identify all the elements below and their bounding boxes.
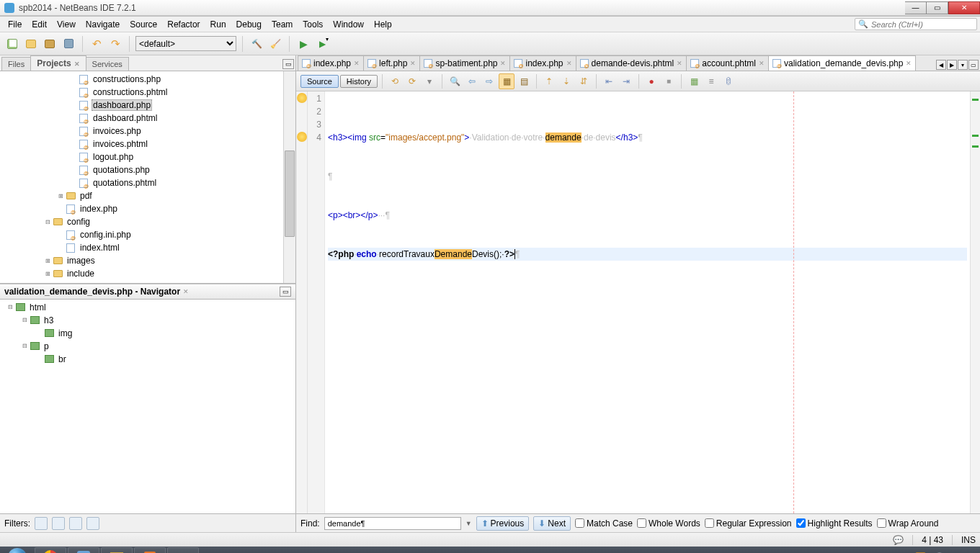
- hint-bulb-icon[interactable]: [297, 93, 307, 103]
- close-button[interactable]: ✕: [948, 1, 980, 14]
- menu-view[interactable]: View: [52, 18, 81, 31]
- close-icon[interactable]: ✕: [354, 60, 360, 67]
- tb-button[interactable]: 🛢: [721, 73, 736, 89]
- editor-tab[interactable]: left.php✕: [363, 55, 420, 71]
- source-view-button[interactable]: Source: [300, 75, 339, 88]
- tb-button[interactable]: ▦: [686, 73, 702, 89]
- save-all-button[interactable]: [61, 36, 76, 52]
- filter-button[interactable]: [35, 517, 48, 530]
- clean-build-button[interactable]: 🧹: [267, 36, 283, 52]
- code-content[interactable]: <h3><img src="images/accept.png">·Valida…: [325, 91, 970, 513]
- close-icon[interactable]: ✕: [566, 60, 572, 67]
- undo-button[interactable]: ↶: [89, 36, 104, 52]
- tb-button[interactable]: ⇵: [576, 73, 592, 89]
- new-project-button[interactable]: [23, 36, 39, 52]
- config-dropdown[interactable]: <default>: [135, 36, 236, 51]
- close-icon[interactable]: ✕: [410, 60, 416, 67]
- filter-button[interactable]: [86, 517, 99, 530]
- editor-tab[interactable]: demande-devis.phtml✕: [576, 55, 687, 71]
- redo-button[interactable]: ↷: [107, 36, 123, 52]
- taskbar-app[interactable]: [134, 547, 166, 553]
- menu-team[interactable]: Team: [267, 18, 298, 31]
- maximize-button[interactable]: ▭: [927, 1, 948, 14]
- run-button[interactable]: ▶: [295, 36, 311, 52]
- highlight-results-checkbox[interactable]: Highlight Results: [796, 518, 873, 529]
- editor-tab[interactable]: sp-batiment.php✕: [419, 55, 510, 71]
- match-case-checkbox[interactable]: Match Case: [575, 518, 633, 529]
- new-file-button[interactable]: [4, 36, 20, 52]
- record-macro-button[interactable]: ●: [643, 73, 659, 89]
- projects-tree[interactable]: constructions.php constructions.phtml da…: [0, 71, 295, 284]
- close-icon[interactable]: ✕: [500, 60, 506, 67]
- menu-edit[interactable]: Edit: [27, 18, 52, 31]
- menu-tools[interactable]: Tools: [298, 18, 328, 31]
- tb-button[interactable]: ⇡: [541, 73, 557, 89]
- tab-projects[interactable]: Projects✕: [30, 55, 86, 71]
- close-icon[interactable]: ✕: [183, 288, 189, 295]
- menu-window[interactable]: Window: [328, 18, 369, 31]
- menu-navigate[interactable]: Navigate: [81, 18, 125, 31]
- tb-button[interactable]: ⇥: [618, 73, 634, 89]
- tab-services[interactable]: Services: [86, 57, 129, 71]
- start-button[interactable]: [1, 547, 33, 553]
- maximize-editor-button[interactable]: ▭: [968, 60, 979, 70]
- taskbar-app[interactable]: [101, 547, 133, 553]
- tb-button[interactable]: ▾: [422, 73, 437, 89]
- close-icon[interactable]: ✕: [759, 60, 765, 67]
- tb-button[interactable]: ⟳: [404, 73, 420, 89]
- quick-search[interactable]: 🔍: [855, 18, 977, 30]
- regex-checkbox[interactable]: Regular Expression: [705, 518, 792, 529]
- tab-list-button[interactable]: ▾: [958, 60, 968, 70]
- tb-button[interactable]: ⇣: [558, 73, 574, 89]
- filter-button[interactable]: [69, 517, 82, 530]
- debug-button[interactable]: ▶▾: [314, 36, 330, 52]
- tb-button[interactable]: ⇦: [464, 73, 480, 89]
- tb-button[interactable]: ▤: [516, 73, 532, 89]
- close-icon[interactable]: ✕: [74, 60, 80, 68]
- notifications-icon[interactable]: 💬: [893, 535, 904, 545]
- tb-button[interactable]: ▦: [499, 73, 514, 89]
- menu-debug[interactable]: Debug: [231, 18, 267, 31]
- editor-tab[interactable]: index.php✕: [509, 55, 576, 71]
- tb-button[interactable]: 🔍: [447, 73, 463, 89]
- find-input[interactable]: [324, 517, 461, 530]
- hint-bulb-icon[interactable]: [297, 132, 307, 142]
- history-view-button[interactable]: History: [340, 75, 378, 88]
- menu-help[interactable]: Help: [369, 18, 397, 31]
- tb-button[interactable]: ⇨: [481, 73, 497, 89]
- close-icon[interactable]: ✕: [677, 60, 682, 67]
- wrap-around-checkbox[interactable]: Wrap Around: [877, 518, 939, 529]
- stop-macro-button[interactable]: ■: [661, 73, 677, 89]
- editor-tab[interactable]: index.php✕: [298, 55, 364, 71]
- search-input[interactable]: [871, 20, 974, 29]
- taskbar-app[interactable]: [68, 547, 99, 553]
- tb-button[interactable]: ⇤: [601, 73, 617, 89]
- scrollbar[interactable]: [283, 71, 295, 283]
- open-button[interactable]: [42, 36, 58, 52]
- filter-button[interactable]: [52, 517, 65, 530]
- taskbar-app[interactable]: Fz: [167, 547, 199, 553]
- tb-button[interactable]: ≡: [703, 73, 719, 89]
- menu-source[interactable]: Source: [125, 18, 162, 31]
- error-stripe[interactable]: [970, 91, 980, 513]
- navigator-body[interactable]: ⊟html ⊟h3 img ⊟p br: [0, 300, 295, 514]
- editor-tab[interactable]: account.phtml✕: [686, 55, 769, 71]
- scroll-tabs-left[interactable]: ◀: [936, 60, 946, 70]
- scroll-tabs-right[interactable]: ▶: [947, 60, 957, 70]
- minimize-pane-button[interactable]: ▭: [282, 59, 294, 69]
- menu-file[interactable]: File: [3, 18, 27, 31]
- build-button[interactable]: 🔨: [249, 36, 264, 52]
- minimize-button[interactable]: —: [905, 1, 927, 14]
- find-previous-button[interactable]: ⬆Previous: [476, 516, 530, 531]
- find-next-button[interactable]: ⬇Next: [533, 516, 571, 531]
- close-icon[interactable]: ✕: [906, 60, 912, 67]
- minimize-pane-button[interactable]: ▭: [280, 287, 291, 297]
- whole-words-checkbox[interactable]: Whole Words: [637, 518, 700, 529]
- menu-refactor[interactable]: Refactor: [162, 18, 205, 31]
- editor-tab-active[interactable]: validation_demande_devis.php✕: [768, 55, 916, 71]
- menu-run[interactable]: Run: [205, 18, 231, 31]
- taskbar-app[interactable]: [35, 547, 66, 553]
- tab-files[interactable]: Files: [1, 57, 31, 71]
- tb-button[interactable]: ⟲: [387, 73, 403, 89]
- code-editor[interactable]: 1234 <h3><img src="images/accept.png">·V…: [296, 91, 980, 513]
